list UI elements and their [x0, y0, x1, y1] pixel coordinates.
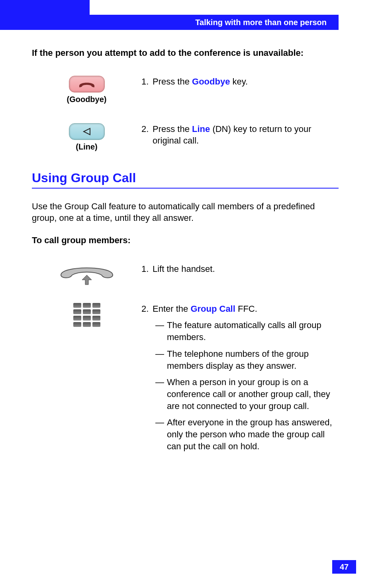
list-item: — The telephone numbers of the group mem…: [153, 348, 339, 372]
list-item-text: The feature automatically calls all grou…: [167, 319, 339, 343]
content-area: If the person you attempt to add to the …: [32, 47, 339, 476]
step-number: 2.: [141, 303, 153, 457]
header-title: Talking with more than one person: [90, 15, 339, 30]
page: Talking with more than one person If the…: [0, 0, 380, 588]
header-side-tab: [0, 0, 90, 30]
keyword-line: Line: [192, 124, 210, 134]
line-key-icon: [69, 123, 105, 140]
section-paragraph: Use the Group Call feature to automatica…: [32, 201, 339, 224]
handset-icon: [57, 263, 117, 287]
handset-illustration: [32, 263, 141, 287]
goodbye-key-illustration: (Goodbye): [32, 76, 141, 104]
list-item-text: When a person in your group is on a conf…: [167, 376, 339, 412]
section-rule: [32, 188, 339, 189]
text-fragment: key.: [230, 77, 248, 87]
list-item: — The feature automatically calls all gr…: [153, 319, 339, 343]
step-a2: (Line) 2. Press the Line (DN) key to ret…: [32, 123, 339, 151]
keyword-group-call: Group Call: [190, 304, 235, 314]
dash-bullet: —: [153, 376, 167, 412]
step-b1: 1. Lift the handset.: [32, 263, 339, 287]
step-b2-text: 2. Enter the Group Call FFC. — The featu…: [141, 303, 339, 457]
text-fragment: Press the: [153, 124, 192, 134]
goodbye-key-label: (Goodbye): [67, 95, 107, 104]
text-fragment: Press the: [153, 77, 192, 87]
step-number: 1.: [141, 76, 153, 88]
line-key-label: (Line): [76, 142, 97, 151]
dash-bullet: —: [153, 348, 167, 372]
step-a2-text: 2. Press the Line (DN) key to return to …: [141, 123, 339, 147]
step-b1-text: 1. Lift the handset.: [141, 263, 339, 275]
sub-list: — The feature automatically calls all gr…: [153, 319, 339, 452]
step-number: 1.: [141, 263, 153, 275]
page-number: 47: [332, 560, 356, 574]
text-fragment: FFC.: [235, 304, 257, 314]
intro-subhead: If the person you attempt to add to the …: [32, 47, 339, 59]
section-title: Using Group Call: [32, 171, 339, 185]
step-b2: 2. Enter the Group Call FFC. — The featu…: [32, 303, 339, 457]
list-item: — After everyone in the group has answer…: [153, 417, 339, 452]
goodbye-key-icon: [69, 76, 105, 92]
list-item-text: After everyone in the group has answered…: [167, 417, 339, 452]
keypad-icon: [73, 303, 100, 327]
keyword-goodbye: Goodbye: [192, 77, 230, 87]
list-item: — When a person in your group is on a co…: [153, 376, 339, 412]
section-subhead: To call group members:: [32, 234, 339, 246]
dash-bullet: —: [153, 319, 167, 343]
step-a1-text: 1. Press the Goodbye key.: [141, 76, 339, 88]
text-fragment: Enter the: [153, 304, 190, 314]
step-a1: (Goodbye) 1. Press the Goodbye key.: [32, 76, 339, 104]
dash-bullet: —: [153, 417, 167, 452]
keypad-illustration: [32, 303, 141, 327]
list-item-text: The telephone numbers of the group membe…: [167, 348, 339, 372]
step-number: 2.: [141, 123, 153, 147]
text-fragment: Lift the handset.: [153, 263, 339, 275]
line-key-illustration: (Line): [32, 123, 141, 151]
